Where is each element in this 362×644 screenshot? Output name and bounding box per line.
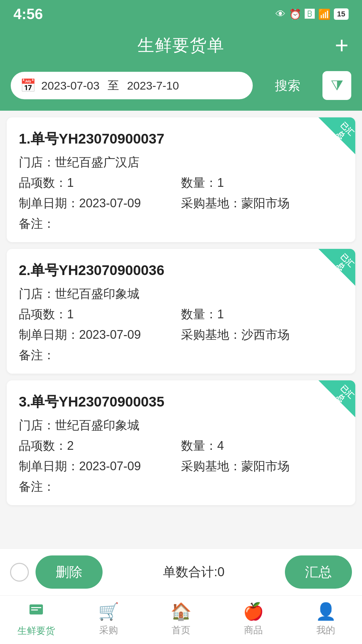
date-base-row-2: 制单日期：2023-07-09 采购基地：沙西市场 bbox=[19, 327, 343, 343]
order-card-1[interactable]: 已汇总 1.单号YH23070900037 门店： 世纪百盛广汉店 品项数：1 … bbox=[7, 117, 355, 242]
date-base-row-3: 制单日期：2023-07-09 采购基地：蒙阳市场 bbox=[19, 458, 343, 475]
battery-indicator: 15 bbox=[334, 8, 349, 20]
status-icons: 👁 ⏰ 🅱 📶 15 bbox=[276, 8, 349, 20]
item-count-3: 品项数：2 bbox=[19, 438, 181, 454]
count-qty-row-3: 品项数：2 数量：4 bbox=[19, 438, 343, 454]
order-card-3[interactable]: 已汇总 3.单号YH23070900035 门店： 世纪百盛印象城 品项数：2 … bbox=[7, 380, 355, 505]
badge-3: 已汇总 bbox=[318, 380, 355, 417]
badge-text-3: 已汇总 bbox=[330, 382, 355, 409]
store-value-3: 世纪百盛印象城 bbox=[55, 417, 139, 434]
search-button[interactable]: 搜索 bbox=[259, 71, 316, 100]
action-bar: 删除 单数合计:0 汇总 bbox=[0, 548, 362, 595]
badge-2: 已汇总 bbox=[318, 249, 355, 286]
status-time: 4:56 bbox=[13, 6, 43, 22]
tab-home[interactable]: 🏠 首页 bbox=[145, 602, 217, 637]
store-label-2: 门店： bbox=[19, 286, 55, 302]
store-row-3: 门店： 世纪百盛印象城 bbox=[19, 417, 343, 434]
tab-mine[interactable]: 👤 我的 bbox=[290, 602, 362, 637]
order-list: 已汇总 1.单号YH23070900037 门店： 世纪百盛广汉店 品项数：1 … bbox=[0, 111, 362, 572]
date-range-box[interactable]: 📅 2023-07-03 至 2023-7-10 bbox=[10, 71, 253, 100]
store-value-2: 世纪百盛印象城 bbox=[55, 286, 139, 302]
date-base-row-1: 制单日期：2023-07-09 采购基地：蒙阳市场 bbox=[19, 195, 343, 212]
badge-text-1: 已汇总 bbox=[330, 119, 355, 146]
purchase-icon: 🛒 bbox=[98, 602, 119, 621]
tab-home-label: 首页 bbox=[172, 624, 190, 637]
date-separator: 至 bbox=[108, 78, 119, 93]
count-qty-row-2: 品项数：1 数量：1 bbox=[19, 306, 343, 323]
tab-goods-label: 商品 bbox=[244, 624, 263, 637]
count-qty-row-1: 品项数：1 数量：1 bbox=[19, 175, 343, 191]
tab-fresh-label: 生鲜要货 bbox=[17, 625, 55, 637]
signal-icon: 📶 bbox=[318, 8, 330, 20]
tab-goods[interactable]: 🍎 商品 bbox=[217, 602, 290, 637]
base-3: 采购基地：蒙阳市场 bbox=[181, 458, 343, 475]
eye-icon: 👁 bbox=[276, 8, 286, 20]
item-count-2: 品项数：1 bbox=[19, 306, 181, 323]
order-number-3: 3.单号YH23070900035 bbox=[19, 392, 343, 411]
quantity-3: 数量：4 bbox=[181, 438, 343, 454]
fresh-icon bbox=[28, 601, 45, 622]
note-row-3: 备注： bbox=[19, 479, 343, 495]
order-total: 单数合计:0 bbox=[109, 564, 278, 581]
bluetooth-icon: 🅱 bbox=[305, 8, 315, 20]
tab-mine-label: 我的 bbox=[316, 624, 335, 637]
select-all-checkbox[interactable] bbox=[10, 563, 29, 582]
tab-purchase-label: 采购 bbox=[99, 624, 118, 637]
bottom-bar: 删除 单数合计:0 汇总 生鲜要货 🛒 采购 🏠 首页 bbox=[0, 548, 362, 644]
store-label-3: 门店： bbox=[19, 417, 55, 434]
badge-text-2: 已汇总 bbox=[330, 251, 355, 277]
order-number-1: 1.单号YH23070900037 bbox=[19, 129, 343, 148]
status-bar: 4:56 👁 ⏰ 🅱 📶 15 bbox=[0, 0, 362, 27]
home-icon: 🏠 bbox=[171, 602, 191, 621]
date-to: 2023-7-10 bbox=[127, 79, 179, 92]
base-2: 采购基地：沙西市场 bbox=[181, 327, 343, 343]
tab-purchase[interactable]: 🛒 采购 bbox=[72, 602, 145, 637]
add-button[interactable]: + bbox=[335, 34, 349, 57]
tab-fresh[interactable]: 生鲜要货 bbox=[0, 601, 72, 637]
alarm-icon: ⏰ bbox=[289, 8, 301, 20]
delete-button[interactable]: 删除 bbox=[36, 555, 103, 589]
filter-icon: ⧩ bbox=[331, 77, 343, 94]
goods-icon: 🍎 bbox=[243, 602, 264, 621]
date-from: 2023-07-03 bbox=[41, 79, 100, 92]
quantity-2: 数量：1 bbox=[181, 306, 343, 323]
svg-rect-2 bbox=[31, 609, 38, 610]
order-number-2: 2.单号YH23070900036 bbox=[19, 261, 343, 280]
store-row-1: 门店： 世纪百盛广汉店 bbox=[19, 154, 343, 171]
store-value-1: 世纪百盛广汉店 bbox=[55, 154, 139, 171]
page-title: 生鲜要货单 bbox=[137, 34, 225, 57]
date-1: 制单日期：2023-07-09 bbox=[19, 195, 181, 212]
store-row-2: 门店： 世纪百盛印象城 bbox=[19, 286, 343, 302]
filter-button[interactable]: ⧩ bbox=[322, 70, 352, 101]
date-2: 制单日期：2023-07-09 bbox=[19, 327, 181, 343]
store-label-1: 门店： bbox=[19, 154, 55, 171]
mine-icon: 👤 bbox=[315, 602, 336, 621]
item-count-1: 品项数：1 bbox=[19, 175, 181, 191]
note-row-2: 备注： bbox=[19, 347, 343, 364]
svg-rect-1 bbox=[31, 607, 41, 608]
note-row-1: 备注： bbox=[19, 216, 343, 232]
badge-1: 已汇总 bbox=[318, 117, 355, 154]
date-3: 制单日期：2023-07-09 bbox=[19, 458, 181, 475]
order-card-2[interactable]: 已汇总 2.单号YH23070900036 门店： 世纪百盛印象城 品项数：1 … bbox=[7, 249, 355, 374]
summary-button[interactable]: 汇总 bbox=[285, 555, 352, 589]
base-1: 采购基地：蒙阳市场 bbox=[181, 195, 343, 212]
search-bar: 📅 2023-07-03 至 2023-7-10 搜索 ⧩ bbox=[0, 64, 362, 111]
tab-bar: 生鲜要货 🛒 采购 🏠 首页 🍎 商品 👤 我的 bbox=[0, 595, 362, 644]
header: 生鲜要货单 + bbox=[0, 27, 362, 64]
quantity-1: 数量：1 bbox=[181, 175, 343, 191]
calendar-icon: 📅 bbox=[20, 78, 36, 93]
